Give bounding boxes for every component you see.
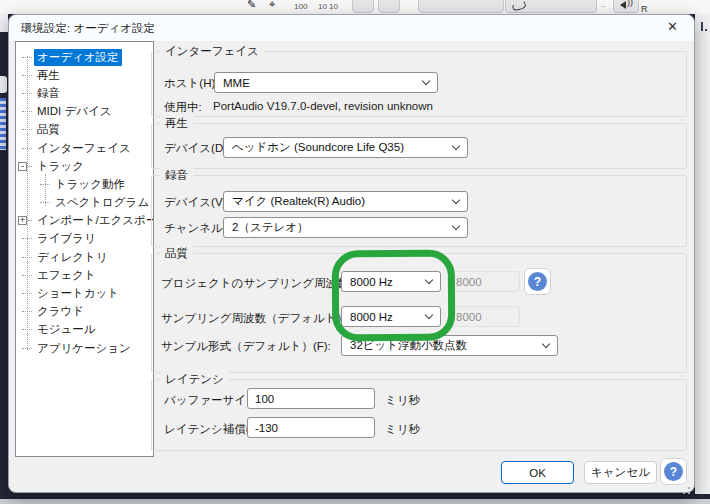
waveform-fragment	[0, 98, 6, 150]
dialog-help-button[interactable]: ?	[660, 458, 687, 485]
sidebar-item-label: MIDI デバイス	[34, 103, 115, 120]
project-rate-select[interactable]: 8000 Hz	[341, 271, 441, 292]
recording-group-label: 録音	[160, 168, 193, 183]
sidebar-item-label: ショートカット	[34, 285, 122, 302]
chevron-down-icon	[452, 222, 460, 230]
sample-format-select[interactable]: 32ビット浮動小数点数	[341, 335, 558, 356]
sidebar-item-label: モジュール	[34, 321, 99, 338]
sidebar-item-label: インターフェイス	[34, 140, 134, 157]
sidebar-item-label: トラック	[34, 158, 87, 175]
speaker-waves-icon: ))	[627, 0, 633, 7]
channels-value: 2（ステレオ）	[232, 220, 308, 235]
sidebar-item[interactable]: 録音	[16, 84, 153, 102]
preferences-dialog: 環境設定: オーディオ設定 ✕ オーディオ設定 再生	[8, 14, 695, 493]
background-edge-fragment	[701, 22, 703, 31]
sidebar-item-label: クラウド	[34, 303, 87, 320]
close-icon[interactable]: ✕	[664, 19, 681, 34]
chevron-down-icon	[425, 276, 433, 284]
tree-expander-icon[interactable]	[18, 162, 27, 171]
dialog-title: 環境設定: オーディオ設定	[21, 21, 155, 36]
background-right-strip	[695, 14, 710, 494]
host-select[interactable]: MME	[214, 72, 438, 93]
chevron-down-icon	[452, 196, 460, 204]
sidebar-item[interactable]: 品質	[16, 121, 153, 139]
redo-button[interactable]	[378, 0, 400, 13]
sidebar-item[interactable]: スペクトログラム	[16, 194, 153, 212]
zoom-tool-icon[interactable]: ⌖	[269, 0, 275, 11]
speaker-button[interactable]: ))	[613, 0, 639, 13]
background-bottom-strip	[0, 499, 710, 504]
sidebar-item[interactable]: 再生	[16, 66, 153, 84]
background-toolbar: ✎ ⌖ 100 10 10 .. )) R	[0, 0, 710, 14]
sidebar-item[interactable]: ライブラリ	[16, 230, 153, 248]
resize-grip[interactable]	[688, 487, 690, 489]
sidebar-item-label: ディレクトリ	[34, 249, 111, 266]
using-label: 使用中:	[164, 100, 202, 115]
sidebar-item[interactable]: モジュール	[16, 321, 153, 339]
tree-spine	[27, 56, 28, 350]
sidebar-item-label: アプリケーション	[34, 340, 134, 357]
buffer-size-unit: ミリ秒	[385, 393, 420, 408]
preferences-tree: オーディオ設定 再生 録音 MIDI デバイス	[15, 41, 154, 457]
sidebar-item-label: スペクトログラム	[52, 194, 152, 211]
cancel-button[interactable]: キャンセル	[584, 461, 657, 484]
chevron-down-icon	[542, 340, 550, 348]
right-channel-label: R	[641, 4, 648, 14]
using-value: PortAudio V19.7.0-devel, revision unknow…	[213, 100, 433, 112]
buffer-size-input[interactable]	[247, 388, 375, 409]
sidebar-item-label: 品質	[34, 121, 63, 138]
audio-setup-button[interactable]	[418, 0, 504, 13]
quality-group-label: 品質	[160, 246, 193, 261]
sidebar-item[interactable]: エフェクト	[16, 266, 153, 284]
sidebar-item[interactable]: クラウド	[16, 303, 153, 321]
host-label: ホスト(H):	[164, 76, 218, 91]
meter-scale-ticks: 10 10	[318, 2, 338, 11]
sidebar-item-label: 録音	[34, 85, 63, 102]
dialog-titlebar[interactable]: 環境設定: オーディオ設定 ✕	[9, 15, 694, 41]
tree-spine-track	[45, 174, 46, 206]
playback-device-select[interactable]: ヘッドホン (Soundcore Life Q35)	[223, 137, 468, 158]
sidebar-item[interactable]: アプリケーション	[16, 339, 153, 357]
sidebar-item[interactable]: ディレクトリ	[16, 248, 153, 266]
recording-device-select[interactable]: マイク (Realtek(R) Audio)	[223, 191, 468, 212]
sidebar-item-label: オーディオ設定	[34, 49, 122, 66]
background-left-top	[0, 14, 8, 32]
track-panel-fragment	[0, 76, 7, 93]
latency-group: レイテンシ	[151, 379, 687, 451]
screen: ✎ ⌖ 100 10 10 .. )) R 環境設定: オーディオ設定 ✕	[0, 0, 710, 504]
sample-format-label: サンプル形式（デフォルト）(F):	[161, 339, 331, 354]
project-rate-value: 8000 Hz	[350, 276, 393, 288]
sidebar-item-label: ライブラリ	[34, 230, 99, 247]
sidebar-item[interactable]: ショートカット	[16, 284, 153, 302]
sidebar-item[interactable]: インターフェイス	[16, 139, 153, 157]
sidebar-item[interactable]: トラック	[16, 157, 153, 175]
meter-scale-value: 100	[294, 2, 307, 11]
chevron-down-icon	[422, 77, 430, 85]
sidebar-item[interactable]: MIDI デバイス	[16, 103, 153, 121]
sidebar-item-label: インポート/エクスポート	[34, 212, 154, 229]
playback-device-label: デバイス(D):	[164, 141, 230, 156]
chevron-down-icon	[452, 142, 460, 150]
playback-group-label: 再生	[160, 116, 193, 131]
channels-select[interactable]: 2（ステレオ）	[223, 217, 468, 238]
latency-compensation-input[interactable]	[247, 417, 375, 438]
help-icon: ?	[664, 462, 683, 481]
recording-device-value: マイク (Realtek(R) Audio)	[232, 194, 365, 209]
sidebar-item-label: エフェクト	[34, 267, 99, 284]
sidebar-item[interactable]: インポート/エクスポート	[16, 212, 153, 230]
toolbar-overflow-dots[interactable]: ..	[601, 0, 605, 9]
pencil-icon[interactable]: ✎	[247, 0, 256, 11]
ok-button[interactable]: OK	[501, 461, 574, 484]
help-icon: ?	[528, 272, 547, 291]
sidebar-item[interactable]: トラック動作	[16, 175, 153, 193]
default-rate-select[interactable]: 8000 Hz	[341, 306, 441, 327]
tree-expander-icon[interactable]	[18, 216, 27, 225]
undo-button[interactable]	[352, 0, 374, 13]
sample-format-value: 32ビット浮動小数点数	[350, 338, 467, 353]
host-value: MME	[223, 77, 250, 89]
chevron-down-icon	[425, 311, 433, 319]
sidebar-item[interactable]: オーディオ設定	[16, 48, 153, 66]
effects-button[interactable]	[505, 0, 597, 13]
project-rate-help-button[interactable]: ?	[524, 268, 551, 295]
background-edge-dot	[705, 29, 707, 31]
